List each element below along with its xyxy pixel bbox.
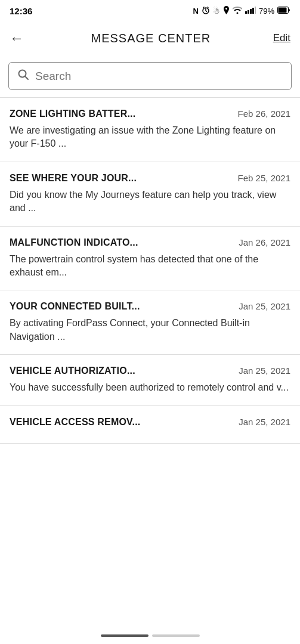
bluetooth-icon: ☃ <box>213 7 220 16</box>
back-button[interactable]: ← <box>10 27 29 49</box>
status-time: 12:36 <box>10 6 32 16</box>
header: ← MESSAGE CENTER Edit <box>0 21 300 57</box>
list-item[interactable]: MALFUNCTION INDICATO... Jan 26, 2021 The… <box>0 226 300 290</box>
message-title: SEE WHERE YOUR JOUR... <box>10 173 137 184</box>
message-header: YOUR CONNECTED BUILT... Jan 25, 2021 <box>10 301 290 312</box>
list-item[interactable]: VEHICLE AUTHORIZATIO... Jan 25, 2021 You… <box>0 354 300 405</box>
wifi-icon <box>233 7 242 16</box>
svg-line-4 <box>207 7 208 8</box>
message-list: ZONE LIGHTING BATTER... Feb 26, 2021 We … <box>0 97 300 444</box>
message-preview: You have successfully been authorized to… <box>10 381 290 394</box>
nav-indicator-active <box>101 634 149 637</box>
message-title: MALFUNCTION INDICATO... <box>10 237 138 248</box>
message-title: VEHICLE AUTHORIZATIO... <box>10 366 135 376</box>
message-title: ZONE LIGHTING BATTER... <box>10 109 135 119</box>
location-icon <box>223 6 230 16</box>
svg-rect-7 <box>250 9 252 14</box>
edit-button[interactable]: Edit <box>273 32 290 44</box>
svg-line-13 <box>25 76 28 79</box>
message-header: ZONE LIGHTING BATTER... Feb 26, 2021 <box>10 109 290 119</box>
svg-line-3 <box>203 7 204 8</box>
search-box[interactable] <box>8 62 292 90</box>
signal-icon <box>245 7 256 16</box>
svg-line-2 <box>206 11 207 12</box>
message-date: Jan 25, 2021 <box>239 301 290 311</box>
battery-icon <box>277 7 290 16</box>
list-item[interactable]: SEE WHERE YOUR JOUR... Feb 25, 2021 Did … <box>0 162 300 226</box>
svg-rect-6 <box>248 10 249 14</box>
message-preview: Did you know the My Journeys feature can… <box>10 188 290 215</box>
list-item[interactable]: ZONE LIGHTING BATTER... Feb 26, 2021 We … <box>0 97 300 162</box>
alarm-icon <box>202 6 210 16</box>
message-date: Jan 26, 2021 <box>239 237 290 247</box>
page-title: MESSAGE CENTER <box>91 32 211 45</box>
search-container <box>0 57 300 97</box>
search-icon <box>17 69 29 83</box>
status-bar: 12:36 N ☃ <box>0 0 300 21</box>
status-icons: N ☃ <box>193 6 290 16</box>
message-preview: The powertrain control system has detect… <box>10 253 290 280</box>
message-header: MALFUNCTION INDICATO... Jan 26, 2021 <box>10 237 290 248</box>
message-title: VEHICLE ACCESS REMOV... <box>10 417 140 428</box>
message-title: YOUR CONNECTED BUILT... <box>10 301 140 312</box>
svg-rect-8 <box>252 8 254 14</box>
message-date: Feb 25, 2021 <box>238 173 290 183</box>
message-date: Jan 25, 2021 <box>239 366 290 376</box>
nav-indicator <box>152 634 200 637</box>
message-date: Jan 25, 2021 <box>239 417 290 427</box>
svg-rect-11 <box>279 7 287 13</box>
list-item[interactable]: VEHICLE ACCESS REMOV... Jan 25, 2021 <box>0 405 300 444</box>
message-preview: We are investigating an issue with the Z… <box>10 124 290 151</box>
battery-level: 79% <box>259 7 274 16</box>
svg-rect-9 <box>255 7 256 14</box>
message-header: VEHICLE ACCESS REMOV... Jan 25, 2021 <box>10 417 290 428</box>
message-preview: By activating FordPass Connect, your Con… <box>10 317 290 343</box>
search-input[interactable] <box>35 70 283 83</box>
svg-rect-5 <box>245 11 247 14</box>
message-date: Feb 26, 2021 <box>238 109 290 119</box>
list-item[interactable]: YOUR CONNECTED BUILT... Jan 25, 2021 By … <box>0 290 300 354</box>
nfc-icon: N <box>193 7 199 16</box>
message-header: VEHICLE AUTHORIZATIO... Jan 25, 2021 <box>10 366 290 376</box>
message-header: SEE WHERE YOUR JOUR... Feb 25, 2021 <box>10 173 290 184</box>
bottom-navigation-bar <box>0 627 300 644</box>
